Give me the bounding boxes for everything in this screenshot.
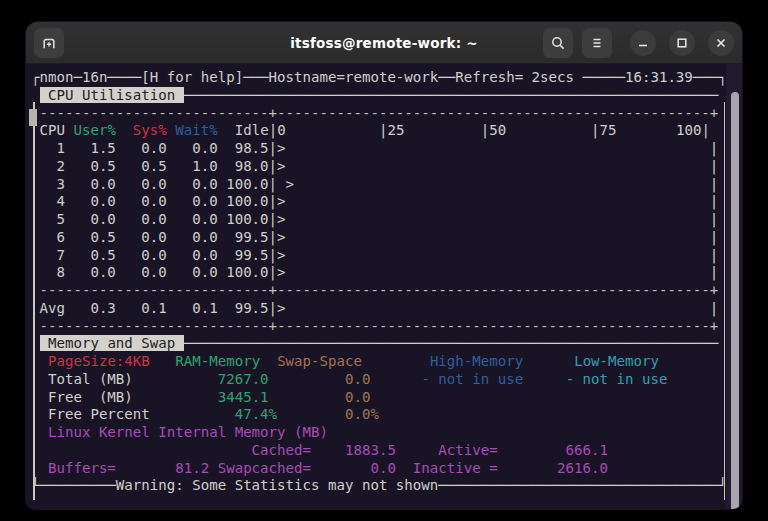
terminal-text: Swap-Space (277, 353, 362, 369)
terminal-text: CPU Utilisation (40, 87, 184, 103)
terminal-text: └─────────Warning: Some Statistics may n… (31, 477, 727, 493)
terminal-text (133, 371, 218, 387)
terminal-text (523, 353, 574, 369)
terminal-text: - not in use (566, 371, 668, 387)
terminal-text (31, 87, 40, 103)
terminal-window: itsfoss@remote-work: ~ (26, 22, 742, 509)
terminal-text: User% (65, 122, 116, 138)
terminal-line: 2 0.5 0.5 1.0 98.0|> | (31, 158, 727, 176)
terminal-text: 0.0 (345, 389, 370, 405)
terminal-text: PageSize:4KB (48, 353, 150, 369)
terminal-text: 3445.1 (218, 389, 269, 405)
terminal-line: 6 0.5 0.0 0.0 99.5|> | (31, 229, 727, 247)
terminal-line: Free Percent 47.4% 0.0% (31, 406, 727, 424)
close-icon (714, 36, 728, 50)
terminal-text: 5 0.0 0.0 0.0 100.0|> | (31, 211, 718, 227)
terminal-line: └─────────Warning: Some Statistics may n… (31, 477, 727, 495)
terminal-text: Free (MB) (31, 389, 133, 405)
terminal-line: 3 0.0 0.0 0.0 100.0| > | (31, 176, 727, 194)
terminal-text (31, 335, 40, 351)
titlebar[interactable]: itsfoss@remote-work: ~ (26, 22, 742, 64)
terminal-text: - not in use (421, 371, 523, 387)
new-tab-button[interactable] (34, 28, 64, 58)
terminal-cursor (29, 109, 38, 126)
terminal-line: CPU User% Sys% Wait% Idle|0 |25 |50 |75 … (31, 122, 727, 140)
terminal-text: Linux Kernel Internal Memory (MB) (31, 424, 328, 440)
menu-icon (589, 35, 605, 51)
terminal-text (133, 389, 218, 405)
terminal-line: Total (MB) 7267.0 0.0 - not in use - not… (31, 371, 727, 389)
terminal-text: 47.4% (235, 406, 277, 422)
terminal-text (362, 353, 430, 369)
terminal-text: ---------------------------+------------… (31, 282, 718, 298)
terminal-line: ---------------------------+------------… (31, 318, 727, 336)
terminal-line: Avg 0.3 0.1 0.1 99.5|> | (31, 300, 727, 318)
terminal-content: ┌nmon─16n────[H for help]───Hostname=rem… (31, 69, 727, 495)
terminal-text (269, 389, 345, 405)
terminal-text: 0.0% (345, 406, 379, 422)
terminal-viewport[interactable]: ┌nmon─16n────[H for help]───Hostname=rem… (26, 64, 742, 509)
terminal-text: Free Percent (31, 406, 150, 422)
terminal-text: Idle (218, 122, 269, 138)
terminal-line: ---------------------------+------------… (31, 282, 727, 300)
terminal-text: 7 0.5 0.0 0.0 99.5|> | (31, 247, 718, 263)
terminal-text: 6 0.5 0.0 0.0 99.5|> | (31, 229, 718, 245)
terminal-text: 0.0 (345, 371, 370, 387)
terminal-line: ---------------------------+------------… (31, 105, 727, 123)
terminal-text (269, 371, 345, 387)
terminal-text: 1 1.5 0.0 0.0 98.5|> | (31, 140, 718, 156)
terminal-line: Memory and Swap ────────────────────────… (31, 335, 727, 353)
terminal-text: Wait% (167, 122, 218, 138)
terminal-text: 4 0.0 0.0 0.0 100.0|> | (31, 193, 718, 209)
terminal-text (523, 371, 565, 387)
terminal-line: 5 0.0 0.0 0.0 100.0|> | (31, 211, 727, 229)
terminal-line: CPU Utilisation ────────────────────────… (31, 87, 727, 105)
terminal-text: Memory and Swap (40, 335, 184, 351)
terminal-line: 1 1.5 0.0 0.0 98.5|> | (31, 140, 727, 158)
menu-button[interactable] (582, 28, 612, 58)
scrollbar-thumb[interactable] (731, 92, 739, 509)
terminal-text: ┌nmon─16n────[H for help]───Hostname=rem… (31, 69, 727, 85)
terminal-text: Buffers= 81.2 Swapcached= 0.0 Inactive =… (31, 460, 608, 476)
minimize-icon (636, 36, 650, 50)
terminal-text (260, 353, 277, 369)
terminal-text: ────────────────────────────────────────… (184, 87, 719, 103)
terminal-text: ---------------------------+------------… (31, 318, 718, 334)
terminal-line: 7 0.5 0.0 0.0 99.5|> | (31, 247, 727, 265)
maximize-button[interactable] (669, 30, 695, 56)
new-tab-icon (41, 35, 57, 51)
terminal-line: Cached= 1883.5 Active= 666.1 (31, 442, 727, 460)
terminal-line: Free (MB) 3445.1 0.0 (31, 389, 727, 407)
close-button[interactable] (708, 30, 734, 56)
terminal-line: PageSize:4KB RAM-Memory Swap-Space High-… (31, 353, 727, 371)
terminal-text: 2 0.5 0.5 1.0 98.0|> | (31, 158, 718, 174)
terminal-text: ---------------------------+------------… (31, 105, 718, 121)
terminal-text (277, 406, 345, 422)
terminal-text (150, 353, 175, 369)
terminal-line: 4 0.0 0.0 0.0 100.0|> | (31, 193, 727, 211)
terminal-text (31, 353, 48, 369)
terminal-text: ────────────────────────────────────────… (184, 335, 719, 351)
terminal-text (370, 371, 421, 387)
search-button[interactable] (543, 28, 573, 58)
terminal-text (150, 406, 235, 422)
terminal-line: 8 0.0 0.0 0.0 100.0|> | (31, 264, 727, 282)
terminal-text: 8 0.0 0.0 0.0 100.0|> | (31, 264, 718, 280)
terminal-line: Linux Kernel Internal Memory (MB) (31, 424, 727, 442)
terminal-text: |0 |25 |50 |75 100| (269, 122, 710, 138)
maximize-icon (675, 36, 689, 50)
terminal-text: RAM-Memory (175, 353, 260, 369)
desktop: itsfoss@remote-work: ~ (0, 0, 768, 521)
terminal-text: 7267.0 (218, 371, 269, 387)
terminal-text: Total (MB) (31, 371, 133, 387)
terminal-text: 3 0.0 0.0 0.0 100.0| > | (31, 176, 718, 192)
search-icon (550, 35, 566, 51)
terminal-text: High-Memory (430, 353, 523, 369)
terminal-text: Cached= 1883.5 Active= 666.1 (31, 442, 608, 458)
terminal-line: ┌nmon─16n────[H for help]───Hostname=rem… (31, 69, 727, 87)
terminal-text: Low-Memory (574, 353, 659, 369)
terminal-text: Avg 0.3 0.1 0.1 99.5|> | (31, 300, 718, 316)
terminal-text: Sys% (116, 122, 167, 138)
minimize-button[interactable] (630, 30, 656, 56)
terminal-line: Buffers= 81.2 Swapcached= 0.0 Inactive =… (31, 460, 727, 478)
